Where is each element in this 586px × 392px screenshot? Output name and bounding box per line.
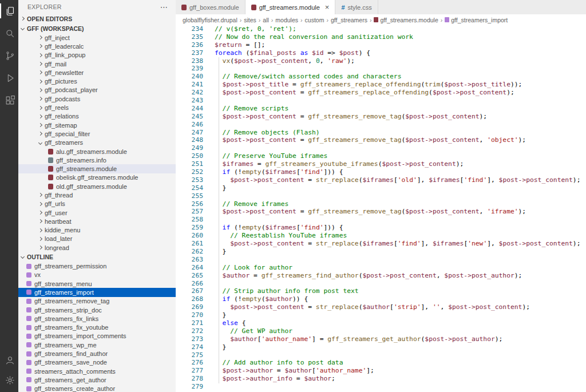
tab[interactable]: gff_streamers.module× — [246, 0, 336, 14]
tree-item[interactable]: obelisk.gff_streamers.module — [18, 173, 176, 182]
code-line[interactable]: 250 // Preserve YouTube iframes — [176, 152, 586, 160]
outline-item[interactable]: vx — [18, 271, 176, 279]
settings-icon[interactable] — [0, 373, 18, 387]
code-line[interactable]: 264 // Look for author — [176, 264, 586, 272]
tab[interactable]: gff_boxes.module — [176, 0, 246, 14]
search-icon[interactable] — [0, 26, 18, 41]
breadcrumb-item[interactable]: modules — [275, 17, 298, 23]
tree-item[interactable]: gff_mail — [18, 60, 176, 68]
tree-item[interactable]: gff_special_filter — [18, 129, 176, 138]
outline-item[interactable]: gff_streamers_strip_doc — [18, 306, 176, 314]
tree-item[interactable]: gff_pictures — [18, 77, 176, 85]
breadcrumb-item[interactable]: gff_streamers_import — [445, 17, 508, 23]
code-line[interactable]: 245 $post->post_content = gff_streamers_… — [176, 113, 586, 121]
code-line[interactable]: 279 — [176, 383, 586, 391]
code-line[interactable]: 243 — [176, 97, 586, 105]
code-line[interactable]: 278 $post->author_info = $author; — [176, 375, 586, 383]
code-line[interactable]: 235// Now do the real conversion and san… — [176, 33, 586, 41]
outline-section[interactable]: OUTLINE — [18, 252, 176, 262]
outline-item[interactable]: gff_streamers_remove_tag — [18, 297, 176, 306]
code-line[interactable]: 275 — [176, 351, 586, 359]
code-line[interactable]: 238 vx($post->post_content, 0, 'raw'); — [176, 57, 586, 65]
outline-item[interactable]: gff_streamers_get_author — [18, 375, 176, 384]
code-editor[interactable]: 234// v($ret, 0, 'ret');235// Now do the… — [176, 25, 586, 392]
code-line[interactable]: 263 — [176, 256, 586, 264]
outline-item[interactable]: gff_streamers_create_author — [18, 385, 176, 392]
code-line[interactable]: 260 // Reestablish YouTube iframes — [176, 232, 586, 240]
close-icon[interactable]: × — [325, 3, 330, 11]
code-line[interactable]: 258 — [176, 216, 586, 224]
tree-item[interactable]: alu.gff_streamers.module — [18, 147, 176, 156]
code-line[interactable]: 256 // Remove iframes — [176, 200, 586, 208]
tree-item[interactable]: gff_relations — [18, 112, 176, 121]
tree-item[interactable]: kiddie_menu — [18, 226, 176, 235]
tree-item[interactable]: gff_urls — [18, 200, 176, 208]
code-line[interactable]: 254 } — [176, 184, 586, 192]
tree-item[interactable]: gff_leadercalc — [18, 42, 176, 50]
tree-item[interactable]: gff_sitemap — [18, 121, 176, 129]
tree-item[interactable]: gff_reels — [18, 103, 176, 112]
code-line[interactable]: 271 else { — [176, 319, 586, 327]
tree-item[interactable]: gff_streamers.module — [18, 164, 176, 173]
code-line[interactable]: 268 if (!empty($author)) { — [176, 295, 586, 303]
code-line[interactable]: 265 $author = gff_streamers_find_author(… — [176, 272, 586, 280]
tree-item[interactable]: old.gff_streamers.module — [18, 182, 176, 191]
code-line[interactable]: 266 — [176, 280, 586, 288]
code-line[interactable]: 277 $post->author = $author['author_name… — [176, 367, 586, 375]
outline-item[interactable]: gff_streamers_permission — [18, 262, 176, 270]
breadcrumb-item[interactable]: gff_streamers — [331, 17, 367, 23]
code-line[interactable]: 242 $post->post_content = gff_streamers_… — [176, 89, 586, 97]
code-line[interactable]: 270 } — [176, 311, 586, 319]
tree-item[interactable]: gff_podcast_player — [18, 86, 176, 94]
code-line[interactable]: 234// v($ret, 0, 'ret'); — [176, 25, 586, 33]
code-line[interactable]: 240 // Remove/switch assorted codes and … — [176, 73, 586, 81]
outline-item[interactable]: gff_streamers_save_node — [18, 358, 176, 367]
code-line[interactable]: 259 if (!empty($iframes['find'])) { — [176, 224, 586, 232]
outline-item[interactable]: gff_streamers_menu — [18, 279, 176, 288]
code-line[interactable]: 237foreach ($final_posts as $id => $post… — [176, 49, 586, 57]
tree-item[interactable]: gff_streamers.info — [18, 156, 176, 164]
breadcrumb-item[interactable]: all — [263, 17, 269, 23]
code-line[interactable]: 249 — [176, 144, 586, 152]
tree-item[interactable]: gff_podcasts — [18, 94, 176, 103]
code-line[interactable]: 255 — [176, 192, 586, 200]
breadcrumb-item[interactable]: globalflyfisher.drupal — [183, 17, 237, 23]
code-line[interactable]: 236$return = []; — [176, 41, 586, 49]
code-line[interactable]: 239 — [176, 65, 586, 73]
tree-item[interactable]: gff_newsletter — [18, 68, 176, 77]
breadcrumb-item[interactable]: sites — [244, 17, 256, 23]
code-line[interactable]: 267 // Strip author info from post text — [176, 287, 586, 295]
code-line[interactable]: 276 // Add author info to post data — [176, 359, 586, 367]
tab[interactable]: #style.css — [335, 0, 378, 14]
source-control-icon[interactable] — [0, 48, 18, 63]
more-actions-icon[interactable]: ⋯ — [160, 3, 168, 11]
run-debug-icon[interactable] — [0, 70, 18, 85]
outline-item[interactable]: streamers_attach_comments — [18, 367, 176, 375]
code-line[interactable]: 253 $post->post_content = str_replace($i… — [176, 176, 586, 184]
code-line[interactable]: 248 $post->post_content = gff_streamers_… — [176, 136, 586, 144]
tree-item[interactable]: gff_user — [18, 208, 176, 217]
code-line[interactable]: 252 if (!empty($iframes['find'])) { — [176, 168, 586, 176]
outline-item[interactable]: gff_streamers_import — [18, 288, 176, 296]
tree-item[interactable]: longread — [18, 243, 176, 252]
code-line[interactable]: 262 } — [176, 248, 586, 256]
code-line[interactable]: 246 — [176, 121, 586, 129]
outline-item[interactable]: gff_streamers_wp_me — [18, 340, 176, 349]
workspace-section[interactable]: GFF (WORKSPACE) — [18, 23, 176, 33]
tree-item[interactable]: gff_inject — [18, 33, 176, 42]
breadcrumb-item[interactable]: custom — [305, 17, 324, 23]
code-line[interactable]: 251 $iframes = gff_streamers_youtube_ifr… — [176, 160, 586, 168]
outline-item[interactable]: gff_streamers_fix_links — [18, 314, 176, 323]
code-line[interactable]: 272 // Get WP author — [176, 327, 586, 335]
tree-item[interactable]: heartbeat — [18, 217, 176, 225]
tree-item[interactable]: gff_thread — [18, 191, 176, 199]
extensions-icon[interactable] — [0, 93, 18, 108]
code-line[interactable]: 273 $author['author_name'] = gff_streame… — [176, 335, 586, 343]
explorer-icon[interactable] — [0, 3, 18, 18]
breadcrumb-item[interactable]: gff_streamers.module — [374, 17, 438, 23]
code-line[interactable]: 261 $post->post_content = str_replace($i… — [176, 240, 586, 248]
code-line[interactable]: 247 // Remove objects (Flash) — [176, 129, 586, 137]
code-line[interactable]: 241 $post->post_title = gff_streamers_re… — [176, 81, 586, 89]
code-line[interactable]: 274 } — [176, 343, 586, 351]
code-line[interactable]: 269 $post->post_content = str_replace($a… — [176, 303, 586, 311]
